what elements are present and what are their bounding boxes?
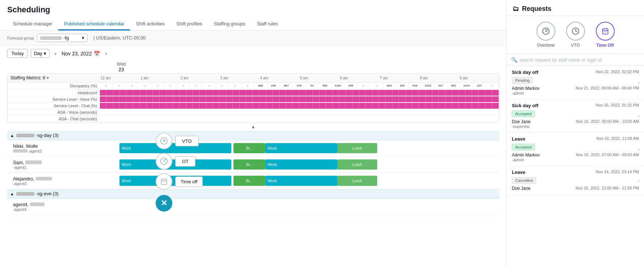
prev-day-button[interactable]: ‹	[52, 50, 59, 58]
panel-title: 🗂 Requests	[513, 5, 638, 13]
time-off-icon-item[interactable]: Time Off	[596, 22, 615, 48]
requests-list: Sick day off Nov 22, 2022, 02:02 PM Pend…	[507, 66, 644, 267]
search-input[interactable]	[519, 57, 640, 63]
time-off-label: Time Off	[596, 43, 614, 48]
next-day-button[interactable]: ›	[103, 50, 109, 58]
status-badge-4: Cancelled	[512, 177, 536, 184]
service-level-chat-label: Service Level - Chat (%)	[8, 103, 100, 109]
request-type-3: Leave	[512, 136, 525, 142]
request-person-4: Doe Jane	[512, 186, 530, 191]
tab-shift-activities[interactable]: Shift activities	[130, 18, 170, 30]
shift-lunch-2: Lunch	[337, 159, 377, 170]
panel-header: 🗂 Requests	[507, 0, 644, 16]
staffing-group-eve-header[interactable]: ▲ -sg-eve (3)	[7, 189, 499, 199]
time-off-circle	[596, 22, 615, 41]
ot-text-button[interactable]: OT	[175, 156, 195, 167]
asa-chat-row: ASA - Chat (seconds)	[8, 116, 499, 122]
request-person-2: Doe Jane	[512, 119, 530, 124]
shift-work-2: Work	[265, 143, 337, 153]
chevron-right-icon-4: ›	[638, 178, 640, 183]
shift-lunch-3: Lunch	[337, 176, 377, 186]
tab-published-schedule[interactable]: Published schedule calendar	[58, 18, 130, 30]
forecast-label: Forecast group	[7, 36, 34, 40]
chevron-down-icon: ▾	[82, 35, 84, 41]
agent-name-agent4: agent4,	[13, 202, 97, 207]
request-time-2: Nov 16, 2022, 01:32 PM	[596, 103, 639, 107]
service-level-voice-label: Service Level - Voice (%)	[8, 96, 100, 102]
agent-info-nikki: Nikki, Wolfe -agent2	[7, 142, 100, 155]
request-top-1: Sick day off Nov 22, 2022, 02:02 PM	[512, 70, 639, 75]
agent-id-agent4: -agent4	[13, 207, 97, 212]
vto-label: VTO	[571, 43, 580, 48]
agent-name-alejandro: Alejandro,	[13, 176, 97, 182]
agent-id-nikki: -agent2	[13, 149, 97, 153]
group-eve-suffix: -sg-eve (3)	[36, 191, 59, 196]
request-badge-3: Accepted	[512, 143, 639, 151]
time-mark-3: 3 am	[220, 76, 260, 80]
headcount-label: Headcount	[8, 90, 100, 96]
forecast-bar: Forecast group -fg ▾ | US/Eastern, UTC-0…	[0, 31, 506, 45]
day-header: Wed 23	[100, 62, 143, 72]
day-label: Day	[34, 51, 42, 56]
request-time-3: Nov 16, 2022, 11:08 AM	[596, 136, 639, 141]
day-select[interactable]: Day ▾	[31, 49, 50, 58]
tab-shift-profiles[interactable]: Shift profiles	[171, 18, 208, 30]
overtime-circle	[536, 22, 555, 41]
request-type-2: Sick day off	[512, 103, 538, 108]
occupancy-row: Occupancy (%) - - - - - - - - - - - - 84…	[8, 83, 499, 89]
metrics-dropdown-icon[interactable]: ▾	[47, 75, 49, 80]
chevron-up-icon: ▲	[10, 133, 14, 138]
schedule-area: Wed 23 Staffing Metrics: 6 ▾ 12 am 1 am …	[0, 62, 506, 267]
request-badge-4: Cancelled	[512, 176, 639, 184]
tab-schedule-manager[interactable]: Schedule manager	[7, 18, 58, 30]
time-off-icon-button[interactable]	[156, 173, 172, 190]
shift-work-6: Work	[265, 176, 337, 186]
chevron-up-icon: ▲	[10, 192, 14, 196]
app-title: Scheduling	[7, 5, 499, 14]
request-top-4: Leave Nov 14, 2022, 03:14 PM	[512, 170, 639, 175]
request-top-3: Leave Nov 16, 2022, 11:08 AM	[512, 136, 639, 142]
request-item-1[interactable]: Sick day off Nov 22, 2022, 02:02 PM Pend…	[507, 66, 644, 99]
agent-row-nikki: Nikki, Wolfe -agent2 Work Br... Work Lun…	[7, 140, 499, 157]
forecast-select[interactable]: -fg ▾	[37, 34, 88, 42]
agent-id-sam: -agent1	[13, 165, 97, 170]
overtime-icon-item[interactable]: Overtime	[536, 22, 555, 48]
request-range-4: Nov 15, 2022, 12:00 AM - 11:59 PM	[576, 186, 639, 190]
ot-icon-button[interactable]	[156, 153, 172, 170]
request-type-icons: Overtime VTO Time Off	[507, 16, 644, 54]
request-item-3[interactable]: Leave Nov 16, 2022, 11:08 AM Accepted Ad…	[507, 133, 644, 166]
today-button[interactable]: Today	[7, 49, 28, 58]
vto-icon-item[interactable]: VTO	[566, 22, 585, 48]
status-badge-3: Accepted	[512, 144, 535, 150]
agent-id-alejandro: -agent3	[13, 182, 97, 186]
right-panel: 🗂 Requests Overtime	[506, 0, 644, 267]
status-badge-2: Accepted	[512, 110, 535, 117]
group-eve-name-blurred	[16, 192, 34, 196]
shift-lunch-1: Lunch	[337, 143, 377, 153]
tab-staff-rules[interactable]: Staff rules	[251, 18, 284, 30]
agent-row-agent4: agent4, -agent4	[7, 199, 499, 215]
staffing-group-day-header[interactable]: ▲ -sg-day (3)	[7, 131, 499, 140]
service-level-chat-row: Service Level - Chat (%)	[8, 103, 499, 109]
close-action-button[interactable]: ✕	[156, 195, 172, 212]
group-name-blurred	[16, 134, 34, 137]
time-mark-4: 4 am	[260, 76, 299, 80]
request-type-4: Leave	[512, 170, 525, 175]
chevron-right-icon-3: ›	[638, 146, 640, 152]
calendar-icon[interactable]: 📅	[94, 51, 100, 57]
request-item-4[interactable]: Leave Nov 14, 2022, 03:14 PM Cancelled D…	[507, 166, 644, 195]
search-icon: 🔍	[511, 57, 517, 63]
vto-action-row: VTO	[156, 133, 203, 149]
request-time-4: Nov 14, 2022, 03:14 PM	[596, 170, 639, 174]
time-off-text-button[interactable]: Time off	[175, 176, 203, 187]
close-button-row: ✕	[156, 195, 203, 212]
vto-text-button[interactable]: VTO	[175, 136, 199, 146]
request-range-2: Nov 16, 2022, 05:00 AM - 10:00 AM	[576, 119, 639, 124]
time-off-action-row: Time off	[156, 173, 203, 190]
request-item-2[interactable]: Sick day off Nov 16, 2022, 01:32 PM Acce…	[507, 99, 644, 133]
time-mark-1: 1 am	[140, 76, 180, 80]
collapse-button[interactable]: ▲	[7, 122, 499, 131]
tab-staffing-groups[interactable]: Staffing groups	[208, 18, 251, 30]
staffing-groups-area: ▲ -sg-day (3) Nikki, Wolfe -agent2 Work	[7, 131, 499, 267]
vto-icon-button[interactable]	[156, 133, 172, 149]
